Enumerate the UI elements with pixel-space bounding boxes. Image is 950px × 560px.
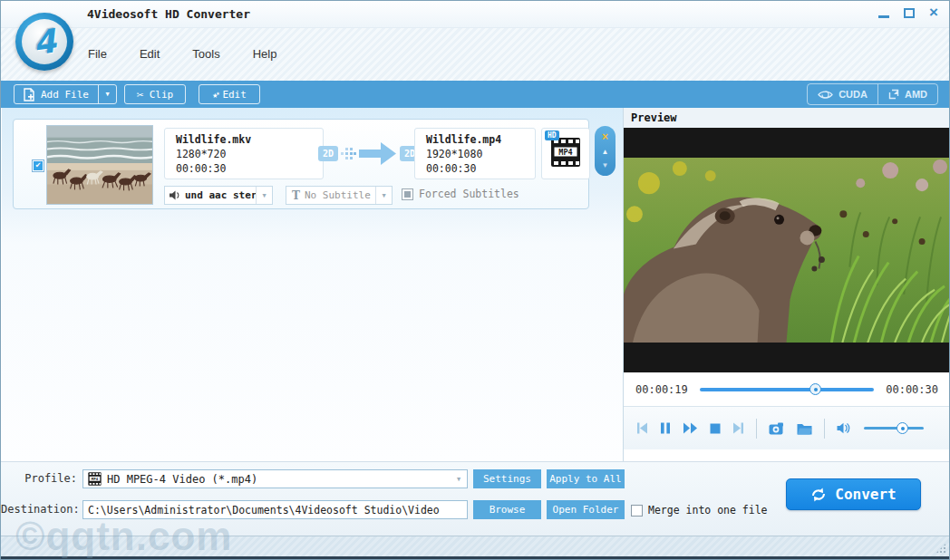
profile-dropdown-icon[interactable]: ▼	[451, 470, 467, 488]
amd-label: AMD	[905, 89, 927, 100]
pause-button[interactable]	[660, 422, 671, 434]
add-file-icon	[24, 88, 35, 101]
source-2d-badge: 2D	[318, 146, 338, 161]
file-list-item[interactable]: ✔	[13, 119, 589, 209]
app-logo-inner: 4	[22, 19, 67, 64]
stop-button[interactable]	[710, 423, 721, 434]
playback-controls	[624, 406, 950, 449]
amd-badge[interactable]: AMD	[877, 84, 937, 104]
skip-end-button[interactable]	[732, 422, 744, 434]
subtitle-dropdown-icon[interactable]: ▼	[375, 187, 392, 204]
merge-checkbox[interactable]	[631, 505, 643, 517]
gpu-acceleration-badges: CUDA AMD	[807, 83, 938, 105]
dots-grid-icon	[341, 148, 356, 159]
output-duration: 00:00:30	[426, 161, 535, 176]
volume-thumb[interactable]	[897, 422, 908, 434]
seek-slider[interactable]	[700, 383, 874, 395]
audio-track-dropdown[interactable]: und aac ster ▼	[164, 186, 273, 205]
volume-track[interactable]	[864, 427, 924, 430]
app-window: 4Videosoft HD Converter × File Edit Tool…	[0, 0, 950, 560]
close-icon[interactable]: ×	[929, 6, 938, 19]
svg-text:MP4: MP4	[558, 148, 572, 157]
fast-forward-button[interactable]	[683, 422, 698, 434]
add-file-button[interactable]: Add File ▼	[14, 84, 117, 104]
file-list-panel: ✔	[2, 108, 623, 461]
menu-tools[interactable]: Tools	[192, 47, 219, 61]
preview-video-screen[interactable]	[624, 128, 950, 372]
scissors-icon: ✂	[137, 88, 144, 101]
seek-thumb[interactable]	[809, 383, 821, 395]
minimize-icon[interactable]	[878, 15, 889, 18]
item-action-pill: × ▲ ▼	[595, 126, 616, 176]
add-file-dropdown-icon[interactable]: ▼	[98, 85, 116, 103]
remove-item-icon[interactable]: ×	[602, 132, 608, 141]
profile-dropdown[interactable]: MP4 HD MPEG-4 Video (*.mp4) ▼	[82, 469, 468, 488]
app-logo: 4	[15, 13, 73, 71]
open-output-folder-button[interactable]	[797, 422, 812, 435]
destination-input[interactable]	[82, 500, 468, 519]
profile-label: Profile:	[1, 469, 77, 488]
window-title: 4Videosoft HD Converter	[87, 7, 250, 21]
maximize-icon[interactable]	[904, 8, 915, 18]
apply-to-all-button[interactable]: Apply to All	[547, 469, 625, 488]
window-bottom-edge	[1, 556, 949, 559]
audio-track-label: und aac ster	[180, 189, 256, 201]
clip-button[interactable]: ✂ Clip	[124, 84, 186, 104]
stars-icon: ★★	[212, 90, 218, 100]
browse-button[interactable]: Browse	[473, 500, 541, 519]
menu-help[interactable]: Help	[253, 47, 277, 61]
volume-slider[interactable]	[864, 422, 924, 434]
settings-button[interactable]: Settings	[473, 469, 541, 488]
output-settings-panel: Profile: MP4 HD MPEG-4 Video (*.mp4) ▼ S…	[1, 461, 949, 536]
menu-edit[interactable]: Edit	[140, 47, 160, 61]
edit-button[interactable]: ★★ Edit	[199, 84, 260, 104]
source-duration: 00:00:30	[176, 161, 323, 176]
forced-subtitles-option[interactable]: Forced Subtitles	[402, 188, 519, 200]
window-controls: ×	[878, 6, 938, 19]
forced-subtitles-checkbox[interactable]	[402, 188, 413, 200]
output-resolution: 1920*1080	[426, 147, 535, 161]
total-time: 00:00:30	[886, 383, 938, 396]
mute-button[interactable]	[837, 422, 850, 434]
nvidia-cuda-icon	[818, 90, 833, 100]
destination-label: Destination:	[1, 500, 77, 519]
amd-icon	[888, 89, 899, 100]
add-file-label: Add File	[41, 89, 89, 101]
file-checkbox[interactable]: ✔	[32, 159, 44, 172]
profile-format-icon: MP4	[87, 471, 102, 487]
profile-value: HD MPEG-4 Video (*.mp4)	[102, 473, 451, 486]
preview-panel: Preview	[623, 108, 950, 461]
output-file-name: Wildlife.mp4	[426, 132, 535, 147]
menu-file[interactable]: File	[88, 47, 107, 61]
skip-start-button[interactable]	[636, 422, 648, 434]
speaker-icon	[170, 190, 180, 200]
subtitle-dropdown[interactable]: T No Subtitle ▼	[286, 186, 393, 205]
open-folder-button[interactable]: Open Folder	[547, 500, 625, 519]
forced-subtitles-label: Forced Subtitles	[419, 188, 519, 200]
output-format-button[interactable]: MP4 HD	[541, 128, 590, 179]
merge-option[interactable]: Merge into one file	[631, 504, 768, 517]
convert-button[interactable]: Convert	[786, 478, 921, 510]
convert-arrow-icon	[359, 141, 397, 166]
move-down-icon[interactable]: ▼	[602, 162, 609, 169]
current-time: 00:00:19	[635, 383, 688, 396]
resize-grip[interactable]	[935, 543, 946, 554]
video-thumbnail-horses	[46, 125, 153, 205]
snapshot-button[interactable]	[769, 422, 785, 435]
audio-dropdown-icon[interactable]: ▼	[256, 187, 272, 204]
cuda-label: CUDA	[839, 89, 868, 100]
convert-sync-icon	[810, 488, 827, 502]
seek-track[interactable]	[700, 388, 874, 391]
preview-timeline: 00:00:19 00:00:30	[624, 372, 950, 406]
cuda-badge[interactable]: CUDA	[808, 84, 877, 104]
video-frame-marmot	[624, 158, 950, 343]
conversion-graphic: 2D 2D	[318, 141, 420, 166]
hd-badge: HD	[545, 130, 559, 140]
status-bar	[1, 536, 949, 558]
subtitle-label: No Subtitle	[300, 189, 375, 201]
controls-divider	[756, 419, 757, 439]
logo-4-glyph: 4	[19, 16, 70, 67]
output-file-info: Wildlife.mp4 1920*1080 00:00:30	[414, 128, 536, 179]
main-toolbar: Add File ▼ ✂ Clip ★★ Edit CUDA	[1, 81, 949, 108]
move-up-icon[interactable]: ▲	[602, 149, 609, 156]
